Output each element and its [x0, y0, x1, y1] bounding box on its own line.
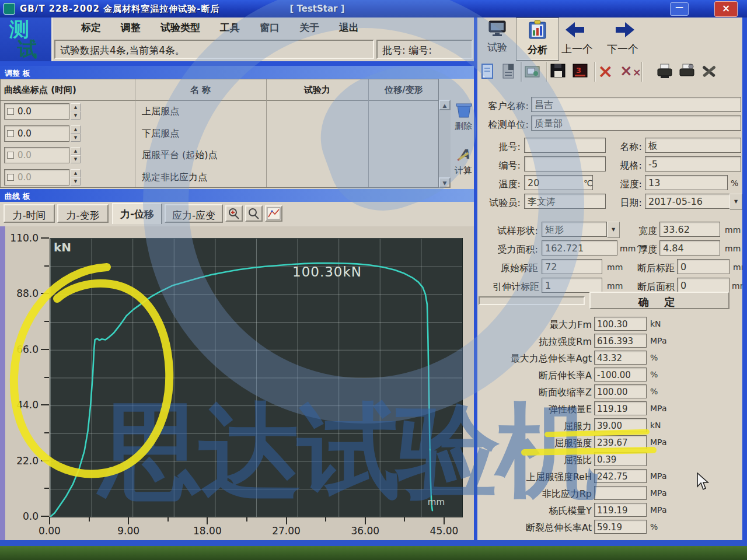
spinner-down-icon[interactable]: ▼ [71, 111, 81, 120]
checkbox[interactable] [7, 152, 14, 159]
time-value-field[interactable]: 0.0 [4, 169, 69, 186]
analysis-mode-label: 分析 [516, 43, 558, 57]
x-tick-major [207, 517, 208, 524]
table-scrollbar[interactable]: ▲▼ [439, 100, 451, 188]
result-unit: MPa [650, 505, 666, 514]
spinner-up-icon[interactable]: ▲ [71, 125, 81, 134]
print-setup-icon[interactable] [678, 63, 696, 80]
next-record-button[interactable]: 下一个 [603, 21, 642, 56]
menu-item-4[interactable]: 工具 [220, 21, 240, 34]
spinner-down-icon[interactable]: ▼ [71, 134, 81, 142]
menu-item-3[interactable]: 试验类型 [160, 21, 200, 34]
point-name: 上屈服点 [142, 106, 179, 118]
after-area-field[interactable]: 0 [677, 278, 729, 293]
scroll-up-icon[interactable]: ▲ [439, 100, 451, 110]
time-value-field[interactable]: 0.0 [4, 147, 69, 163]
tab-力-变形[interactable]: 力-变形 [57, 204, 109, 223]
time-value-field[interactable]: 0.0 [4, 103, 69, 120]
result-unit: MPa [650, 336, 666, 345]
checkbox[interactable] [7, 130, 14, 137]
sample-name-field[interactable]: 板 [645, 138, 741, 153]
after-gauge-field[interactable]: 0 [677, 259, 729, 274]
result-value-field[interactable]: 100.30 [594, 317, 647, 331]
menu-item-6[interactable]: 关于 [299, 21, 319, 34]
menu-item-2[interactable]: 调整 [121, 21, 141, 34]
result-value-field[interactable]: 119.19 [594, 401, 647, 415]
extensometer-gauge-label: 引伸计标距 [475, 281, 539, 293]
result-value-field[interactable]: 119.19 [594, 503, 647, 517]
original-gauge-field[interactable]: 72 [542, 259, 602, 274]
spinner-up-icon[interactable]: ▲ [71, 169, 81, 177]
value-spinner[interactable]: ▲▼ [71, 147, 81, 162]
save-icon[interactable] [550, 63, 567, 80]
spinner-up-icon[interactable]: ▲ [71, 103, 81, 111]
customer-name-field[interactable]: 昌吉 [531, 97, 741, 112]
previous-record-button[interactable]: 上一个 [558, 21, 596, 56]
result-value-field[interactable]: -100.00 [594, 368, 647, 382]
result-value-field[interactable]: 616.393 [594, 334, 647, 348]
specimen-thickness-field[interactable]: 4.84 [659, 240, 720, 256]
result-value-field[interactable]: 100.00 [594, 384, 647, 398]
print-icon[interactable] [656, 63, 673, 80]
zoom-in-icon[interactable] [225, 205, 243, 222]
menu-item-7[interactable]: 退出 [339, 21, 359, 34]
minimize-button[interactable]: — [670, 2, 689, 16]
result-value-field[interactable]: 59.19 [594, 520, 647, 534]
scroll-down-icon[interactable]: ▼ [439, 177, 451, 188]
checkbox[interactable] [7, 174, 14, 181]
result-value-field[interactable]: 0.39 [594, 452, 647, 466]
delete-all-icon[interactable]: ×× [620, 63, 637, 80]
stress-area-field[interactable]: 162.721 [542, 240, 617, 256]
sample-number-field[interactable] [524, 156, 606, 172]
chevron-down-icon[interactable]: ▼ [607, 222, 620, 238]
specimen-shape-field[interactable]: 矩形 [542, 222, 607, 237]
calculate-button[interactable]: A 计算 [453, 146, 475, 181]
operator-field[interactable]: 李文涛 [524, 194, 606, 209]
spinner-up-icon[interactable]: ▲ [71, 147, 81, 155]
checkbox[interactable] [7, 108, 14, 115]
report-icon[interactable] [501, 63, 518, 80]
temperature-field[interactable]: 20 [524, 175, 593, 190]
save-html-icon[interactable]: 3 [572, 63, 589, 80]
result-value-field[interactable]: 43.32 [594, 351, 647, 365]
specimen-thickness-unit: mm [725, 244, 741, 253]
tab-力-位移[interactable]: 力-位移 [112, 203, 162, 224]
zoom-out-icon[interactable] [245, 205, 263, 222]
menu-item-5[interactable]: 窗口 [260, 21, 280, 34]
column-header-4: 位移/变形 [368, 85, 439, 96]
humidity-field[interactable]: 13 [645, 175, 728, 190]
delete-button[interactable]: 删除 [453, 102, 475, 136]
new-document-icon[interactable] [480, 63, 497, 80]
extensometer-gauge-field[interactable]: 1 [542, 278, 602, 293]
tools-icon[interactable] [700, 63, 718, 80]
x-tick-label: 18.00 [187, 525, 228, 537]
value-spinner[interactable]: ▲▼ [71, 103, 81, 118]
delete-icon[interactable]: × [598, 63, 615, 80]
spinner-down-icon[interactable]: ▼ [71, 177, 81, 186]
result-value-field[interactable]: 39.00 [594, 418, 647, 432]
value-spinner[interactable]: ▲▼ [71, 169, 81, 184]
time-value-field[interactable]: 0.0 [4, 125, 69, 142]
test-mode-button[interactable]: 试验 [481, 20, 514, 54]
tab-应力-应变[interactable]: 应力-应变 [165, 204, 223, 223]
tab-力-时间[interactable]: 力-时间 [4, 204, 55, 223]
result-value-field[interactable] [594, 486, 647, 500]
test-date-field[interactable]: 2017-05-16 [645, 194, 730, 209]
export-image-icon[interactable] [524, 63, 542, 80]
chevron-down-icon[interactable]: ▼ [729, 194, 742, 210]
specimen-width-field[interactable]: 33.62 [659, 222, 720, 237]
test-mode-label: 试验 [481, 41, 514, 54]
result-value-field[interactable]: 242.75 [594, 469, 647, 483]
curve-marker-icon[interactable] [265, 205, 282, 222]
value-spinner[interactable]: ▲▼ [71, 125, 81, 141]
spinner-down-icon[interactable]: ▼ [71, 155, 81, 163]
result-value-field[interactable]: 239.67 [594, 435, 647, 449]
sample-spec-field[interactable]: -5 [645, 156, 741, 172]
batch-number-field[interactable] [524, 138, 606, 153]
analysis-mode-button[interactable]: 分析 [516, 18, 559, 61]
testing-org-field[interactable]: 质量部 [531, 116, 741, 131]
menu-item-1[interactable]: 标定 [81, 21, 101, 34]
close-button[interactable]: × [714, 1, 738, 17]
confirm-button[interactable]: 确 定 [589, 292, 729, 309]
result-label: 最大力总伸长率Agt [477, 353, 592, 365]
